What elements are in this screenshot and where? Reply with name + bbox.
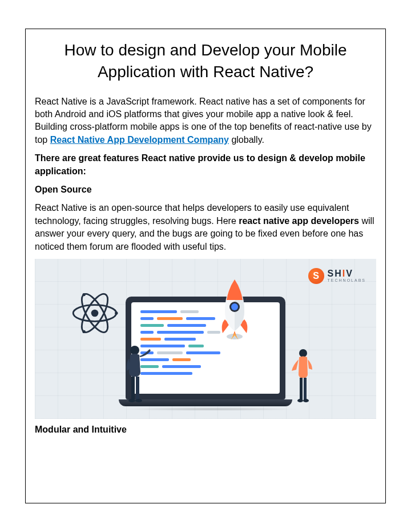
- svg-rect-12: [136, 377, 139, 399]
- document-frame: How to design and Develop your Mobile Ap…: [25, 29, 386, 503]
- hero-illustration: SHIV TECHNOLABS: [35, 259, 376, 419]
- svg-rect-11: [131, 377, 135, 399]
- person-right-icon: [292, 348, 315, 407]
- svg-rect-17: [304, 378, 307, 399]
- rocket-icon: [219, 278, 250, 341]
- page-title: How to design and Develop your Mobile Ap…: [35, 39, 376, 83]
- svg-rect-16: [300, 378, 303, 399]
- rn-company-link[interactable]: React Native App Development Company: [50, 135, 229, 145]
- svg-point-6: [82, 293, 85, 296]
- intro-paragraph: React Native is a JavaScript framework. …: [35, 95, 376, 147]
- modular-heading: Modular and Intuitive: [35, 423, 376, 436]
- react-logo-icon: [69, 287, 120, 339]
- brand-mark-icon: [308, 268, 324, 284]
- svg-point-10: [130, 346, 139, 355]
- svg-point-9: [231, 303, 238, 310]
- intro-text-post: globally.: [229, 135, 264, 145]
- svg-point-15: [299, 349, 307, 357]
- ground-shadow: [120, 407, 302, 411]
- open-source-bold: react native app developers: [239, 216, 359, 226]
- brand-logo: SHIV TECHNOLABS: [308, 268, 366, 284]
- brand-text: SHIV TECHNOLABS: [328, 269, 366, 282]
- svg-point-13: [128, 399, 135, 402]
- svg-point-5: [82, 330, 85, 333]
- brand-name-1: SH: [328, 269, 342, 278]
- svg-point-4: [115, 311, 118, 314]
- open-source-paragraph: React Native is an open-source that help…: [35, 202, 376, 253]
- features-lead: There are great features React native pr…: [35, 152, 376, 178]
- open-source-heading: Open Source: [35, 183, 376, 196]
- svg-point-19: [303, 399, 309, 402]
- svg-point-18: [297, 399, 303, 402]
- person-left-icon: [123, 345, 147, 407]
- laptop-screen: [131, 302, 280, 394]
- brand-tagline: TECHNOLABS: [328, 278, 366, 282]
- brand-name-2: V: [346, 269, 353, 278]
- svg-point-14: [135, 399, 142, 402]
- svg-point-0: [91, 310, 99, 317]
